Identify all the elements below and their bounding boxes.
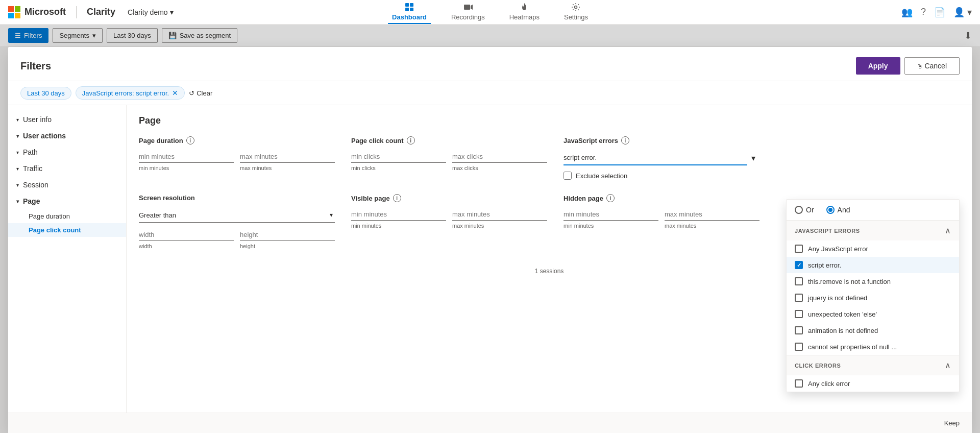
demo-selector[interactable]: Clarity demo ▾ [128, 8, 174, 16]
share-icon[interactable]: 👥 [901, 7, 913, 18]
fire-icon [519, 2, 529, 12]
brand-name: Microsoft [24, 7, 66, 17]
app-name: Clarity [87, 7, 115, 17]
svg-point-10 [575, 6, 577, 9]
ms-logo [8, 6, 20, 18]
svg-rect-8 [464, 5, 470, 10]
grid-icon [404, 2, 414, 12]
nav-item-dashboard[interactable]: Dashboard [388, 0, 431, 24]
svg-rect-7 [410, 8, 413, 11]
nav-recordings-label: Recordings [451, 13, 485, 21]
demo-selector-label: Clarity demo [128, 8, 168, 16]
help-icon[interactable]: ? [921, 7, 926, 17]
svg-rect-2 [8, 13, 14, 18]
top-nav-right: 👥 ? 📄 👤 ▾ [901, 7, 972, 18]
video-icon [463, 2, 473, 12]
chevron-down-icon: ▾ [170, 8, 174, 16]
nav-item-recordings[interactable]: Recordings [447, 0, 489, 24]
nav-item-settings[interactable]: Settings [560, 0, 592, 24]
svg-rect-1 [15, 6, 20, 12]
gear-icon [571, 2, 581, 12]
svg-marker-9 [471, 5, 473, 10]
top-nav-center: Dashboard Recordings Heatmaps Settings [388, 0, 592, 24]
document-icon[interactable]: 📄 [934, 7, 945, 18]
svg-rect-4 [405, 3, 409, 7]
svg-rect-5 [410, 3, 413, 7]
nav-divider [76, 6, 77, 18]
svg-rect-0 [8, 6, 14, 12]
svg-rect-3 [15, 13, 20, 18]
top-nav: Microsoft Clarity Clarity demo ▾ Dashboa… [0, 0, 980, 25]
modal-overlay [0, 25, 980, 47]
svg-rect-6 [405, 8, 409, 11]
account-icon[interactable]: 👤 ▾ [953, 7, 972, 18]
nav-item-heatmaps[interactable]: Heatmaps [505, 0, 544, 24]
nav-dashboard-label: Dashboard [392, 13, 427, 21]
nav-heatmaps-label: Heatmaps [509, 13, 540, 21]
brand: Microsoft Clarity [8, 6, 115, 18]
nav-settings-label: Settings [564, 13, 588, 21]
